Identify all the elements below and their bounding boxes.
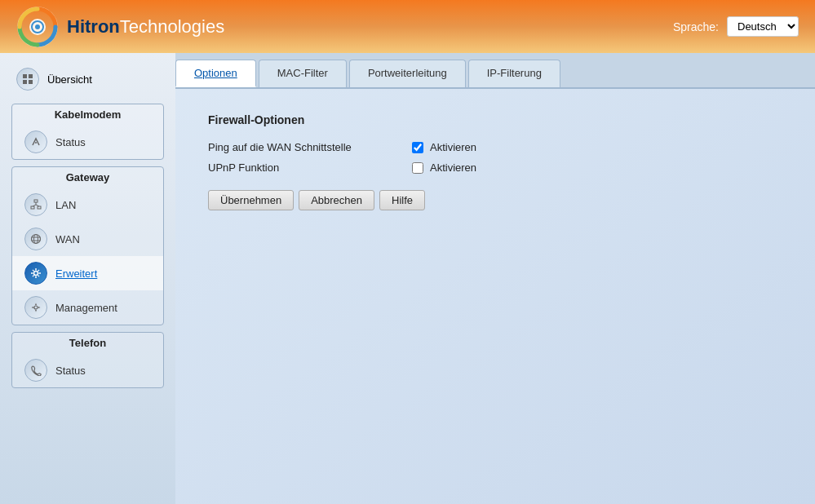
sidebar-item-ubersicht[interactable]: Übersicht bbox=[0, 61, 175, 97]
logo-text: HitronTechnologies bbox=[67, 16, 224, 38]
upnp-checkbox[interactable] bbox=[412, 162, 423, 174]
telefon-status-label: Status bbox=[55, 365, 86, 377]
upnp-control: Aktivieren bbox=[412, 161, 476, 174]
sidebar-item-telefon-status[interactable]: Status bbox=[12, 353, 163, 387]
form-row-upnp: UPnP Funktion Aktivieren bbox=[208, 161, 782, 174]
logo-area: HitronTechnologies bbox=[16, 6, 224, 48]
svg-line-25 bbox=[38, 275, 39, 276]
page-content: Firewall-Optionen Ping auf die WAN Schni… bbox=[175, 89, 815, 504]
kabelmodem-status-icon bbox=[24, 130, 47, 153]
svg-point-16 bbox=[34, 235, 38, 244]
sidebar: Übersicht Kabelmodem Status Gateway LAN bbox=[0, 53, 175, 504]
abbrechen-button[interactable]: Abbrechen bbox=[299, 190, 374, 210]
lang-select[interactable]: Deutsch English Français bbox=[727, 16, 799, 37]
logo-icon bbox=[16, 6, 59, 48]
svg-rect-4 bbox=[23, 74, 27, 78]
gateway-erweitert-icon bbox=[24, 262, 47, 285]
gateway-management-label: Management bbox=[55, 302, 117, 314]
sidebar-item-gateway-management[interactable]: Management bbox=[12, 290, 163, 325]
ping-wan-checkbox[interactable] bbox=[412, 142, 423, 153]
main-layout: Übersicht Kabelmodem Status Gateway LAN bbox=[0, 53, 815, 504]
button-row: Übernehmen Abbrechen Hilfe bbox=[208, 190, 782, 210]
gateway-erweitert-label: Erweitert bbox=[55, 267, 97, 280]
kabelmodem-title: Kabelmodem bbox=[12, 104, 163, 125]
telefon-status-icon bbox=[24, 359, 47, 382]
gateway-wan-label: WAN bbox=[55, 233, 80, 245]
sidebar-item-gateway-erweitert[interactable]: Erweitert bbox=[12, 256, 163, 290]
svg-rect-11 bbox=[38, 206, 41, 209]
upnp-checkbox-label: Aktivieren bbox=[430, 161, 476, 174]
lang-label: Sprache: bbox=[673, 20, 719, 33]
svg-point-19 bbox=[34, 272, 38, 276]
tab-ip-filterung[interactable]: IP-Filterung bbox=[468, 60, 560, 87]
ubernehmen-button[interactable]: Übernehmen bbox=[208, 190, 294, 210]
svg-rect-9 bbox=[34, 200, 38, 202]
form-row-ping-wan: Ping auf die WAN Schnittstelle Aktiviere… bbox=[208, 141, 782, 153]
sidebar-item-gateway-wan[interactable]: WAN bbox=[12, 222, 163, 256]
header: HitronTechnologies Sprache: Deutsch Engl… bbox=[0, 0, 815, 53]
ping-wan-label: Ping auf die WAN Schnittstelle bbox=[208, 141, 396, 153]
kabelmodem-status-label: Status bbox=[55, 136, 86, 148]
tab-portweiterleitung[interactable]: Portweiterleitung bbox=[349, 60, 466, 87]
sidebar-item-gateway-lan[interactable]: LAN bbox=[12, 188, 163, 222]
tab-mac-filter[interactable]: MAC-Filter bbox=[259, 60, 347, 87]
upnp-label: UPnP Funktion bbox=[208, 161, 396, 174]
svg-rect-7 bbox=[29, 80, 33, 84]
section-title: Firewall-Optionen bbox=[208, 113, 782, 126]
svg-line-24 bbox=[33, 270, 34, 272]
content-area: Optionen MAC-Filter Portweiterleitung IP… bbox=[175, 53, 815, 504]
svg-point-8 bbox=[35, 142, 37, 144]
sidebar-section-kabelmodem: Kabelmodem Status bbox=[11, 104, 164, 160]
sidebar-item-kabelmodem-status[interactable]: Status bbox=[12, 125, 163, 159]
gateway-wan-icon bbox=[24, 228, 47, 250]
gateway-management-icon bbox=[24, 296, 47, 319]
gateway-lan-icon bbox=[24, 193, 47, 216]
gateway-lan-label: LAN bbox=[55, 199, 76, 211]
svg-line-27 bbox=[33, 275, 34, 276]
tabs-bar: Optionen MAC-Filter Portweiterleitung IP… bbox=[175, 53, 815, 89]
lang-area: Sprache: Deutsch English Français bbox=[673, 16, 799, 37]
sidebar-section-telefon: Telefon Status bbox=[11, 332, 164, 388]
ubersicht-icon bbox=[16, 68, 39, 91]
tab-optionen[interactable]: Optionen bbox=[175, 60, 256, 87]
svg-rect-6 bbox=[23, 80, 27, 84]
ubersicht-label: Übersicht bbox=[47, 73, 92, 86]
svg-line-26 bbox=[38, 270, 39, 272]
gateway-title: Gateway bbox=[12, 167, 163, 188]
sidebar-section-gateway: Gateway LAN WAN Erweitert bbox=[11, 166, 164, 325]
ping-wan-checkbox-label: Aktivieren bbox=[430, 141, 476, 153]
svg-rect-10 bbox=[31, 206, 34, 209]
svg-point-28 bbox=[34, 306, 38, 309]
svg-point-3 bbox=[35, 24, 40, 29]
svg-point-15 bbox=[32, 235, 41, 244]
svg-rect-5 bbox=[29, 74, 33, 78]
hilfe-button[interactable]: Hilfe bbox=[379, 190, 425, 210]
ping-wan-control: Aktivieren bbox=[412, 141, 476, 153]
telefon-title: Telefon bbox=[12, 333, 163, 353]
